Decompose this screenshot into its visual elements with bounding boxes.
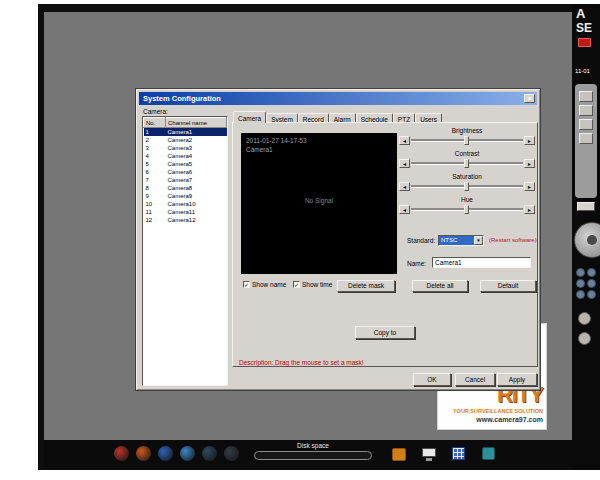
folder-icon[interactable] [392,448,406,461]
camera-row-no[interactable]: 3 [144,144,166,152]
ok-button[interactable]: OK [413,373,451,386]
camera-row[interactable]: 7Camera7 [144,176,227,184]
dialog-titlebar[interactable]: System Configuration × [139,92,537,105]
slider-track[interactable] [411,159,523,168]
grid-icon[interactable] [452,447,465,460]
camera-row-no[interactable]: 11 [144,208,166,216]
chevron-down-icon[interactable]: ▼ [474,236,483,245]
camera-row[interactable]: 9Camera9 [144,192,227,200]
panel-button[interactable] [579,91,593,102]
camera-row-name[interactable]: Camera8 [166,184,227,192]
apply-button[interactable]: Apply [497,373,537,386]
panel-button[interactable] [579,133,593,144]
ptz-function-button[interactable] [587,279,596,288]
camera-row-name[interactable]: Camera5 [166,160,227,168]
slider-track[interactable] [411,205,523,214]
copy-to-button[interactable]: Copy to [355,326,415,339]
taskbar-button[interactable] [114,446,129,461]
zoom-out-button[interactable] [578,332,591,345]
camera-row[interactable]: 3Camera3 [144,144,227,152]
camera-row-name[interactable]: Camera11 [166,208,227,216]
camera-row-no[interactable]: 9 [144,192,166,200]
camera-row[interactable]: 6Camera6 [144,168,227,176]
slider-thumb[interactable] [464,136,469,145]
checkbox-check-icon[interactable]: ✓ [293,281,300,288]
close-icon[interactable]: × [524,94,535,103]
ptz-function-button[interactable] [576,268,585,277]
ptz-function-button[interactable] [587,290,596,299]
detail-button[interactable] [577,202,595,211]
column-header-channel-name[interactable]: Channel name [166,118,227,128]
camera-row-name[interactable]: Camera12 [166,216,227,224]
delete-mask-button[interactable]: Delete mask [337,280,395,292]
ptz-function-button[interactable] [576,279,585,288]
slider-thumb[interactable] [464,159,469,168]
taskbar-button[interactable] [202,446,217,461]
ptz-function-button[interactable] [587,268,596,277]
slider-right-arrow-icon[interactable]: ► [524,182,535,191]
camera-row-no[interactable]: 1 [144,128,166,137]
slider-thumb[interactable] [464,205,469,214]
slider-right-arrow-icon[interactable]: ► [524,159,535,168]
camera-row-name[interactable]: Camera2 [166,136,227,144]
taskbar: Disk space [44,440,572,468]
camera-row[interactable]: 5Camera5 [144,160,227,168]
camera-row-name[interactable]: Camera1 [166,128,227,137]
camera-row[interactable]: 1Camera1 [144,128,227,137]
slider-right-arrow-icon[interactable]: ► [524,136,535,145]
standard-select[interactable]: NTSC ▼ [438,235,484,246]
camera-row-no[interactable]: 6 [144,168,166,176]
panel-button[interactable] [579,105,593,116]
camera-name-input[interactable] [432,257,531,268]
camera-row-no[interactable]: 12 [144,216,166,224]
checkbox-check-icon[interactable]: ✓ [243,281,250,288]
slider-right-arrow-icon[interactable]: ► [524,205,535,214]
slider-group-contrast: Contrast◄► [399,149,535,168]
camera-row[interactable]: 10Camera10 [144,200,227,208]
monitor-icon[interactable] [422,448,436,461]
camera-row-no[interactable]: 8 [144,184,166,192]
camera-row-name[interactable]: Camera7 [166,176,227,184]
slider-left-arrow-icon[interactable]: ◄ [399,136,410,145]
camera-row[interactable]: 8Camera8 [144,184,227,192]
camera-row-name[interactable]: Camera10 [166,200,227,208]
camera-row-no[interactable]: 7 [144,176,166,184]
taskbar-button[interactable] [180,446,195,461]
camera-row-name[interactable]: Camera4 [166,152,227,160]
camera-row-no[interactable]: 2 [144,136,166,144]
tab-camera[interactable]: Camera [233,111,266,123]
camera-row-name[interactable]: Camera9 [166,192,227,200]
panel-button[interactable] [579,119,593,130]
ptz-direction-pad[interactable] [574,222,600,258]
taskbar-button[interactable] [224,446,239,461]
camera-row[interactable]: 11Camera11 [144,208,227,216]
slider-track[interactable] [411,182,523,191]
camera-row-name[interactable]: Camera6 [166,168,227,176]
record-button[interactable] [578,38,591,47]
camera-row[interactable]: 2Camera2 [144,136,227,144]
camera-row-no[interactable]: 5 [144,160,166,168]
show-name-checkbox[interactable]: ✓ Show name [243,281,286,288]
delete-all-button[interactable]: Delete all [412,280,468,292]
camera-row[interactable]: 12Camera12 [144,216,227,224]
standard-select-value[interactable]: NTSC [439,236,474,245]
taskbar-button[interactable] [136,446,151,461]
default-button[interactable]: Default [480,280,536,292]
show-time-checkbox[interactable]: ✓ Show time [293,281,332,288]
camera-row-no[interactable]: 4 [144,152,166,160]
slider-left-arrow-icon[interactable]: ◄ [399,205,410,214]
ptz-function-button[interactable] [576,290,585,299]
slider-track[interactable] [411,136,523,145]
video-preview-area[interactable]: 2011-01-27 14-17-53 Camera1 No Signal [241,133,397,274]
slider-left-arrow-icon[interactable]: ◄ [399,159,410,168]
cancel-button[interactable]: Cancel [455,373,495,386]
column-header-no[interactable]: No. [144,118,166,128]
slider-left-arrow-icon[interactable]: ◄ [399,182,410,191]
camera-row-name[interactable]: Camera3 [166,144,227,152]
chart-icon[interactable] [482,447,495,460]
camera-row-no[interactable]: 10 [144,200,166,208]
taskbar-button[interactable] [158,446,173,461]
slider-thumb[interactable] [464,182,469,191]
zoom-in-button[interactable] [578,312,591,325]
camera-row[interactable]: 4Camera4 [144,152,227,160]
